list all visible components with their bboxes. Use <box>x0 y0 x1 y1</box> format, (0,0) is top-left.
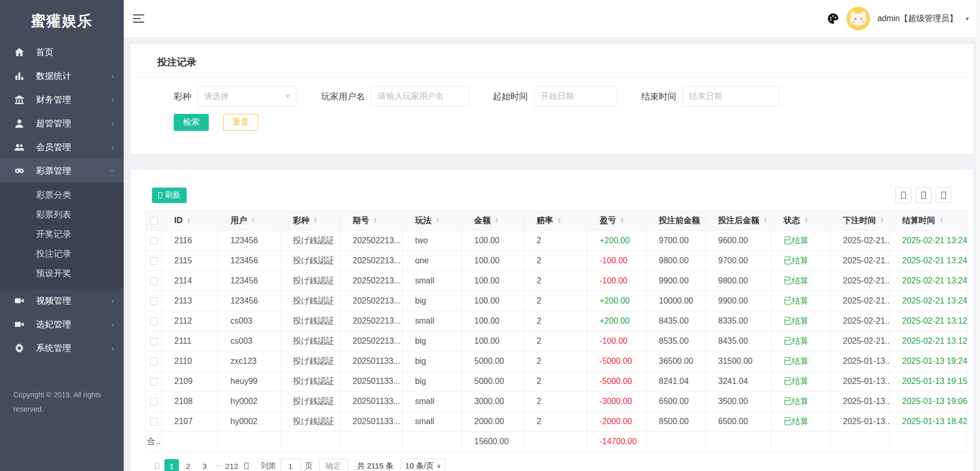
table-tool-button-1[interactable] <box>895 187 911 203</box>
sidebar-subitem-bet-records[interactable]: 投注记录 <box>0 244 124 264</box>
row-checkbox[interactable] <box>150 237 158 245</box>
cell-status: 已结算 <box>771 291 830 311</box>
select-caret-icon: ▼ <box>285 93 291 99</box>
user-dropdown-caret-icon[interactable]: ▾ <box>966 15 969 22</box>
sort-caret-icon[interactable]: ▲▼ <box>939 217 943 224</box>
cell-id: 2111 <box>162 331 218 351</box>
user-avatar[interactable] <box>846 7 870 30</box>
summary-empty-cell <box>646 432 706 452</box>
column-header-id[interactable]: ID▲▼ <box>162 211 218 231</box>
cell-id: 2110 <box>162 351 218 372</box>
sort-caret-icon[interactable]: ▲▼ <box>495 217 499 224</box>
page-number-button[interactable]: 212 <box>225 459 239 471</box>
cell-after: 6500.00 <box>706 412 771 432</box>
row-checkbox[interactable] <box>150 297 158 305</box>
jump-page-input[interactable] <box>280 459 301 471</box>
player-username-input[interactable] <box>371 86 469 107</box>
sort-caret-icon[interactable]: ▲▼ <box>436 217 440 224</box>
select-all-checkbox[interactable] <box>150 217 158 225</box>
cell-user: cs003 <box>218 311 280 331</box>
page-number-button[interactable]: 3 <box>197 459 212 471</box>
row-checkbox[interactable] <box>150 257 158 265</box>
sort-caret-icon[interactable]: ▲▼ <box>880 217 884 224</box>
lottery-type-select[interactable]: 请选择 ▼ <box>197 86 297 107</box>
cell-odds: 2 <box>524 372 587 392</box>
prev-page-icon[interactable] <box>155 462 159 470</box>
theme-palette-icon[interactable] <box>827 12 839 25</box>
cell-bet_time: 2025-02-21... <box>830 311 890 331</box>
cell-settle_time: 2025-02-21 13:24 <box>890 231 968 251</box>
sidebar-item-home[interactable]: 首页 <box>0 40 124 64</box>
sidebar-item-finance[interactable]: 财务管理 › <box>0 88 124 111</box>
cell-issue: 202501133... <box>340 412 403 432</box>
cell-lottery: 投げ銭認証 <box>280 231 340 251</box>
column-header-profit[interactable]: 盈亏▲▼ <box>587 211 646 231</box>
column-header-user[interactable]: 用户▲▼ <box>218 211 280 231</box>
sidebar-item-concubine[interactable]: 选妃管理 › <box>0 312 124 336</box>
sort-caret-icon[interactable]: ▲▼ <box>804 217 808 224</box>
user-name[interactable]: admin【超级管理员】 <box>877 13 958 24</box>
sidebar-subitem-lottery-list[interactable]: 彩票列表 <box>0 205 124 225</box>
table-tool-button-3[interactable] <box>936 187 952 203</box>
row-checkbox[interactable] <box>150 358 158 365</box>
table-tool-button-2[interactable] <box>916 187 932 203</box>
start-time-label: 起始时间 <box>493 91 528 103</box>
scrollbar-track[interactable] <box>976 0 980 471</box>
column-header-amount[interactable]: 金额▲▼ <box>462 211 524 231</box>
row-checkbox-cell <box>146 392 162 412</box>
cell-user: 123456 <box>218 271 280 291</box>
refresh-button[interactable]: 刷新 <box>152 188 187 203</box>
sort-caret-icon[interactable]: ▲▼ <box>313 217 318 224</box>
column-header-after-amount[interactable]: 投注后金额▲▼ <box>706 211 771 231</box>
next-page-icon[interactable] <box>244 462 248 470</box>
search-button[interactable]: 检索 <box>174 114 209 131</box>
column-header-odds[interactable]: 赔率▲▼ <box>524 211 587 231</box>
row-checkbox[interactable] <box>150 277 158 285</box>
start-date-input[interactable] <box>534 86 618 107</box>
column-header-bet-time[interactable]: 下注时间▲▼ <box>830 211 890 231</box>
sort-caret-icon[interactable]: ▲▼ <box>763 217 768 224</box>
row-checkbox[interactable] <box>150 418 158 426</box>
cell-play: big <box>403 331 462 351</box>
page-size-select[interactable]: 10 条/页 ∨ <box>401 459 445 471</box>
column-header-settle-time[interactable]: 结算时间▲▼ <box>890 211 968 231</box>
column-header-play[interactable]: 玩法▲▼ <box>403 211 462 231</box>
sidebar-item-stats[interactable]: 数据统计 › <box>0 64 124 88</box>
lottery-type-placeholder: 请选择 <box>204 91 229 102</box>
cell-user: zxc123 <box>218 351 280 372</box>
column-header-issue[interactable]: 期号▲▼ <box>340 211 403 231</box>
sort-caret-icon[interactable]: ▲▼ <box>557 217 561 224</box>
sort-caret-icon[interactable]: ▲▼ <box>373 217 377 224</box>
column-header-before-amount[interactable]: 投注前金额▲▼ <box>646 211 706 231</box>
sort-caret-icon[interactable]: ▲▼ <box>620 217 624 224</box>
jump-confirm-button[interactable]: 确定 <box>319 459 348 471</box>
row-checkbox[interactable] <box>150 317 158 325</box>
cell-amount: 5000.00 <box>462 372 524 392</box>
sort-caret-icon[interactable]: ▲▼ <box>251 217 255 224</box>
page-number-button[interactable]: 1 <box>164 459 179 471</box>
reset-button[interactable]: 重置 <box>223 114 258 131</box>
sidebar-subitem-preset-draw[interactable]: 预设开奖 <box>0 264 124 283</box>
column-header-lottery[interactable]: 彩种▲▼ <box>280 211 340 231</box>
row-checkbox[interactable] <box>150 378 158 385</box>
cell-profit: -5000.00 <box>587 351 646 372</box>
sidebar-item-video[interactable]: 视频管理 › <box>0 289 124 312</box>
row-checkbox-cell <box>146 231 162 251</box>
hamburger-menu-icon[interactable] <box>133 14 144 23</box>
cell-bet_time: 2025-02-21... <box>830 331 890 351</box>
column-header-status[interactable]: 状态▲▼ <box>771 211 830 231</box>
end-date-input[interactable] <box>683 86 779 107</box>
sidebar-item-lottery[interactable]: 彩票管理 › <box>0 159 124 182</box>
sidebar-subitem-lottery-category[interactable]: 彩票分类 <box>0 186 124 205</box>
sidebar-subitem-draw-records[interactable]: 开奖记录 <box>0 225 124 244</box>
page-number-button[interactable]: 2 <box>181 459 195 471</box>
app-logo: 蜜獾娱乐 <box>0 0 124 40</box>
cell-amount: 100.00 <box>462 311 524 331</box>
cell-status: 已结算 <box>771 331 830 351</box>
row-checkbox[interactable] <box>150 398 158 406</box>
row-checkbox[interactable] <box>150 338 158 345</box>
sidebar-item-superadmin[interactable]: 超管管理 › <box>0 111 124 135</box>
sidebar-item-members[interactable]: 会员管理 › <box>0 135 124 159</box>
sort-caret-icon[interactable]: ▲▼ <box>187 218 191 224</box>
sidebar-item-system[interactable]: 系统管理 › <box>0 336 124 360</box>
